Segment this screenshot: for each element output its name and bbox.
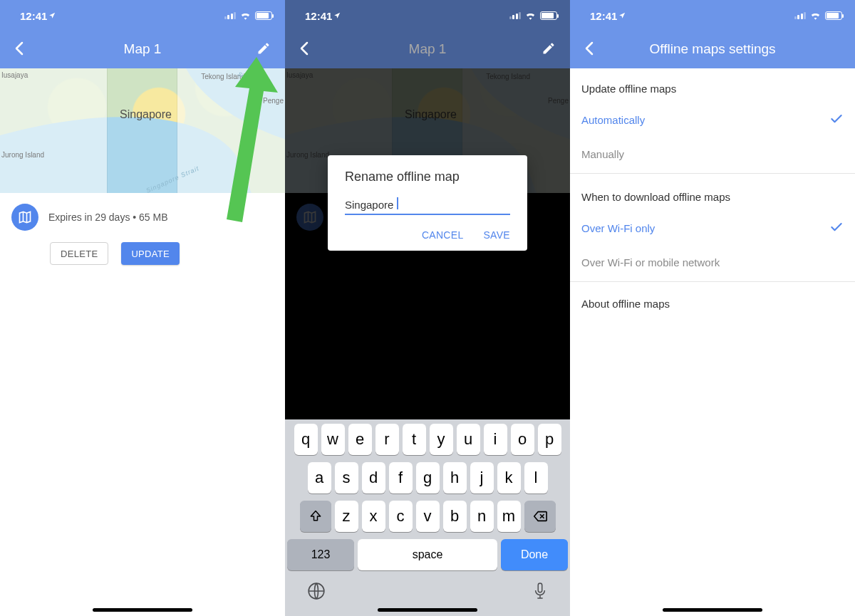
battery-icon [540, 11, 557, 20]
status-time: 12:41 [305, 10, 332, 22]
home-indicator[interactable] [93, 608, 192, 612]
key-w[interactable]: w [321, 424, 345, 455]
status-bar: 12:41 [570, 0, 855, 31]
key-t[interactable]: t [403, 424, 426, 455]
map-icon [11, 204, 38, 231]
done-key[interactable]: Done [501, 539, 568, 570]
delete-button[interactable]: DELETE [50, 242, 108, 265]
back-button[interactable] [581, 40, 598, 57]
home-indicator[interactable] [378, 608, 477, 612]
key-i[interactable]: i [484, 424, 507, 455]
rename-dialog: Rename offline map CANCEL SAVE [328, 155, 527, 251]
map-label-jurong: Jurong Island [1, 151, 44, 159]
space-key[interactable]: space [358, 539, 497, 570]
settings-list: Update offline maps Automatically Manual… [570, 68, 855, 323]
rename-input[interactable] [345, 196, 510, 215]
key-v[interactable]: v [416, 501, 440, 532]
map-detail-row: Expires in 29 days • 65 MB [11, 204, 274, 231]
cellular-icon [224, 12, 237, 19]
mic-icon[interactable] [532, 582, 548, 603]
key-f[interactable]: f [389, 462, 413, 494]
key-e[interactable]: e [348, 424, 372, 455]
option-label: Automatically [581, 114, 645, 126]
about-label: About offline maps [581, 298, 670, 310]
shift-key[interactable] [300, 501, 331, 532]
back-button[interactable] [11, 40, 28, 57]
cancel-button[interactable]: CANCEL [422, 229, 464, 241]
key-k[interactable]: k [497, 462, 521, 494]
status-time: 12:41 [20, 10, 47, 22]
status-time: 12:41 [590, 10, 617, 22]
option-label: Over Wi-Fi or mobile network [581, 256, 720, 268]
key-m[interactable]: m [497, 501, 521, 532]
about-offline-maps[interactable]: About offline maps [570, 285, 855, 323]
option-label: Over Wi-Fi only [581, 222, 655, 234]
option-label: Manually [581, 148, 624, 160]
section-download-header: When to download offline maps [570, 177, 855, 210]
key-o[interactable]: o [511, 424, 534, 455]
cellular-icon [509, 12, 522, 19]
key-s[interactable]: s [335, 462, 358, 494]
map-label-penge: Penge [263, 97, 284, 105]
option-automatically[interactable]: Automatically [570, 102, 855, 138]
check-icon [829, 220, 844, 236]
wifi-icon [810, 11, 821, 20]
battery-icon [255, 11, 272, 20]
wifi-icon [525, 11, 536, 20]
edit-icon[interactable] [256, 41, 274, 58]
key-q[interactable]: q [294, 424, 318, 455]
dialog-title: Rename offline map [345, 169, 510, 184]
save-button[interactable]: SAVE [483, 229, 510, 241]
key-u[interactable]: u [457, 424, 480, 455]
map-detail-text: Expires in 29 days • 65 MB [48, 212, 168, 223]
keyboard: qwertyuiop asdfghjkl zxcvbnm 123 space D… [285, 419, 570, 616]
battery-icon [825, 11, 842, 20]
action-row: DELETE UPDATE [50, 242, 180, 265]
screen-map-detail: Map 1 12:41 Iusajaya Tekong Island Penge… [0, 0, 285, 616]
globe-icon[interactable] [307, 582, 326, 603]
key-r[interactable]: r [375, 424, 399, 455]
key-n[interactable]: n [470, 501, 494, 532]
key-y[interactable]: y [430, 424, 453, 455]
key-d[interactable]: d [362, 462, 385, 494]
option-wifi-mobile[interactable]: Over Wi-Fi or mobile network [570, 246, 855, 278]
screen-offline-settings: Offline maps settings 12:41 Update offli… [570, 0, 855, 616]
key-a[interactable]: a [308, 462, 331, 494]
key-b[interactable]: b [443, 501, 467, 532]
map-label-singapore: Singapore [120, 108, 172, 121]
update-button[interactable]: UPDATE [121, 242, 180, 265]
backspace-key[interactable] [524, 501, 556, 532]
status-bar: 12:41 [0, 0, 285, 31]
section-update-header: Update offline maps [570, 68, 855, 102]
key-p[interactable]: p [538, 424, 561, 455]
key-j[interactable]: j [470, 462, 494, 494]
screen-rename-dialog: Map 1 12:41 Iusajaya Tekong Island Penge… [285, 0, 570, 616]
key-g[interactable]: g [416, 462, 440, 494]
location-icon [333, 12, 341, 19]
nav-title: Offline maps settings [570, 41, 855, 57]
back-button[interactable] [296, 40, 314, 57]
check-icon [829, 112, 844, 128]
key-z[interactable]: z [335, 501, 358, 532]
cellular-icon [794, 12, 807, 19]
key-h[interactable]: h [443, 462, 467, 494]
svg-rect-4 [538, 583, 542, 592]
location-icon [48, 12, 56, 19]
wifi-icon [240, 11, 251, 20]
map-label-nusajaya: Iusajaya [1, 71, 28, 79]
map-thumbnail: Iusajaya Tekong Island Penge Singapore J… [0, 68, 285, 193]
key-x[interactable]: x [362, 501, 385, 532]
option-wifi-only[interactable]: Over Wi-Fi only [570, 210, 855, 246]
key-l[interactable]: l [524, 462, 548, 494]
status-bar: 12:41 [285, 0, 570, 31]
nav-title: Map 1 [0, 41, 285, 57]
option-manually[interactable]: Manually [570, 138, 855, 170]
numbers-key[interactable]: 123 [287, 539, 354, 570]
edit-icon[interactable] [542, 41, 559, 58]
location-icon [618, 12, 626, 19]
home-indicator[interactable] [663, 608, 762, 612]
key-c[interactable]: c [389, 501, 413, 532]
nav-title: Map 1 [285, 41, 570, 57]
